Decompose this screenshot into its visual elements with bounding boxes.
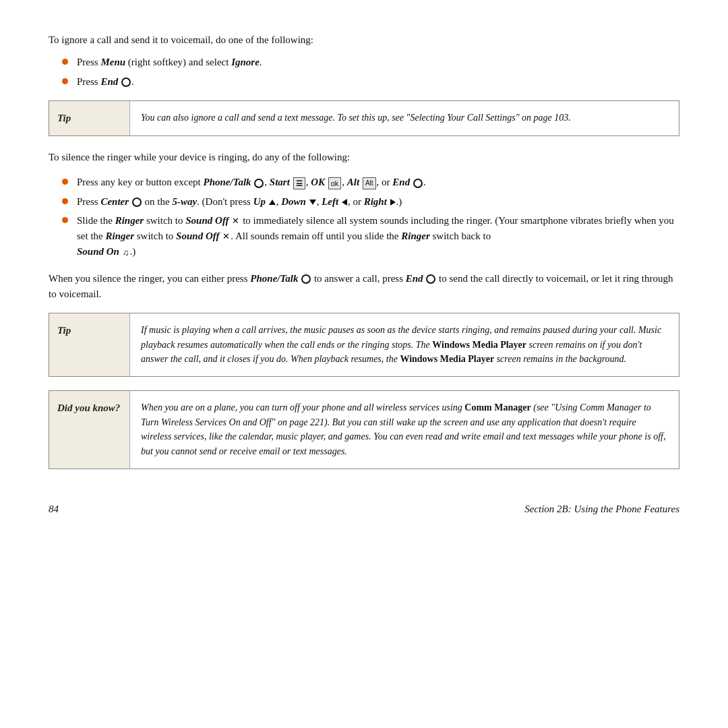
end-label-2: End: [392, 177, 410, 187]
phonetalk-label-2: Phone/Talk: [250, 273, 298, 284]
fiveway-label: 5-way: [172, 196, 197, 207]
down-icon: [309, 200, 316, 205]
bullet-silence-3: Slide the Ringer switch to Sound Off ✕ t…: [62, 213, 679, 260]
bullet-ignore-1-text: Press Menu (right softkey) and select Ig…: [77, 57, 262, 67]
bullet-silence-2: Press Center on the 5-way. (Don't press …: [62, 194, 679, 210]
intro-silence-text: To silence the ringer while your device …: [49, 150, 679, 165]
did-you-know-label: Did you know?: [49, 391, 130, 468]
end-circle-icon-3: [426, 274, 435, 284]
left-label: Left: [322, 196, 338, 207]
did-you-know-box: Did you know? When you are on a plane, y…: [49, 390, 679, 469]
start-label: Start: [270, 177, 290, 187]
up-label: Up: [253, 196, 266, 207]
did-you-know-content: When you are on a plane, you can turn of…: [130, 391, 679, 468]
tip-content-1: You can also ignore a call and send a te…: [130, 101, 679, 135]
footer-page-number: 84: [49, 502, 59, 517]
sound-off-icon-1: ✕: [232, 214, 239, 228]
end-label-1: End: [100, 76, 118, 87]
tip-box-1: Tip You can also ignore a call and send …: [49, 100, 679, 136]
page-footer: 84 Section 2B: Using the Phone Features: [49, 496, 679, 517]
alt-icon: Alt: [363, 177, 376, 189]
bullet-dot-3: [62, 179, 68, 185]
bullet-silence-2-text: Press Center on the 5-way. (Don't press …: [77, 196, 402, 207]
ok-icon: ok: [328, 177, 342, 189]
sound-on-label: Sound On: [77, 246, 119, 257]
right-label: Right: [364, 196, 387, 207]
sound-off-label-2: Sound Off: [176, 231, 219, 241]
intro-ignore-text: To ignore a call and send it to voicemai…: [49, 32, 679, 48]
tip-box-2: Tip If music is playing when a call arri…: [49, 313, 679, 377]
bullet-ignore-2: Press End .: [62, 74, 679, 90]
bullet-dot-1: [62, 59, 68, 65]
tip-content-2: If music is playing when a call arrives,…: [130, 313, 679, 376]
dyk-text-part1: When you are on a plane, you can turn of…: [141, 402, 533, 413]
ignore-label: Ignore: [231, 57, 260, 67]
center-label: Center: [100, 196, 129, 207]
sound-off-icon-2: ✕: [222, 230, 230, 243]
comm-manager-label: Comm Manager: [464, 402, 530, 413]
up-icon: [269, 200, 276, 205]
ringer-label-1: Ringer: [115, 215, 144, 226]
ringer-label-2: Ringer: [106, 231, 135, 241]
phonetalk-label-1: Phone/Talk: [203, 177, 251, 187]
center-circle-icon: [132, 198, 142, 207]
left-icon: [342, 199, 347, 206]
tip-label-1: Tip: [49, 101, 130, 135]
menu-label: Menu: [100, 57, 125, 67]
sound-off-label-1: Sound Off: [185, 215, 229, 226]
bullet-dot-5: [62, 217, 68, 223]
end-circle-icon-2: [413, 179, 423, 188]
para-when-text: When you silence the ringer, you can eit…: [49, 271, 679, 303]
ok-label: OK: [311, 177, 325, 187]
phonetalk-circle-icon-2: [301, 274, 311, 284]
start-icon: ☰: [293, 177, 305, 189]
page-content: To ignore a call and send it to voicemai…: [49, 32, 679, 517]
wmp-label-1: Windows Media Player: [432, 340, 526, 350]
alt-label: Alt: [347, 177, 359, 187]
bullet-silence-3-text: Slide the Ringer switch to Sound Off ✕ t…: [77, 215, 674, 257]
bullet-ignore-2-text: Press End .: [77, 76, 134, 87]
bullet-ignore-1: Press Menu (right softkey) and select Ig…: [62, 55, 679, 70]
tip-label-2: Tip: [49, 313, 130, 376]
sound-on-icon: ♫: [123, 246, 129, 260]
ringer-label-3: Ringer: [401, 231, 430, 241]
bullet-dot-4: [62, 198, 68, 204]
down-label: Down: [281, 196, 306, 207]
end-circle-icon-1: [121, 78, 131, 87]
phonetalk-circle-icon-1: [254, 179, 264, 188]
wmp-label-2: Windows Media Player: [400, 354, 494, 364]
bullets-silence-list: Press any key or button except Phone/Tal…: [62, 175, 679, 260]
bullet-silence-1-text: Press any key or button except Phone/Tal…: [77, 177, 426, 187]
footer-section-label: Section 2B: Using the Phone Features: [524, 502, 679, 517]
right-icon: [390, 199, 396, 206]
bullet-dot-2: [62, 78, 68, 84]
end-label-3: End: [406, 273, 423, 284]
bullets-ignore-list: Press Menu (right softkey) and select Ig…: [62, 55, 679, 90]
bullet-silence-1: Press any key or button except Phone/Tal…: [62, 175, 679, 190]
